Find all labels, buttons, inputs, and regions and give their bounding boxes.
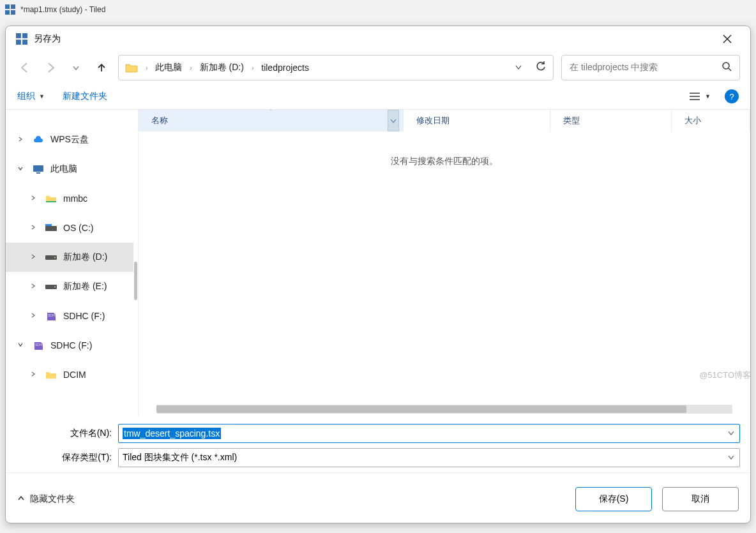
svg-rect-16 xyxy=(36,172,40,174)
svg-point-10 xyxy=(723,63,729,69)
svg-rect-7 xyxy=(22,40,27,45)
sidebar-item-label: SDHC (F:) xyxy=(63,311,105,321)
breadcrumb-item[interactable]: 此电脑 xyxy=(155,62,182,73)
svg-rect-5 xyxy=(22,33,27,38)
svg-point-23 xyxy=(54,287,56,288)
file-list-pane: ˄ 名称 修改日期 类型 大小 没有与搜索条件匹配的项。 xyxy=(139,110,750,416)
sdhc-icon: SDHC xyxy=(45,310,57,322)
hide-folders-button[interactable]: 隐藏文件夹 xyxy=(17,493,75,505)
chevron-right-icon: › xyxy=(252,64,253,71)
watermark: @51CTO博客 xyxy=(699,370,751,381)
nav-back-button[interactable] xyxy=(16,59,34,77)
drive-icon xyxy=(45,251,57,263)
svg-text:SDHC: SDHC xyxy=(35,343,43,347)
search-placeholder: 在 tiledprojects 中搜索 xyxy=(570,62,722,73)
dropdown-arrow-icon[interactable] xyxy=(728,430,734,437)
column-name-label: 名称 xyxy=(151,115,168,126)
chevron-right-icon: › xyxy=(146,64,147,71)
address-bar[interactable]: › 此电脑 › 新加卷 (D:) › tiledprojects xyxy=(118,55,554,80)
chevron-icon xyxy=(17,165,26,173)
hide-folders-label: 隐藏文件夹 xyxy=(30,493,75,505)
column-modified[interactable]: 修改日期 xyxy=(404,110,550,131)
chevron-up-icon xyxy=(17,494,25,504)
filename-value: tmw_desert_spacing.tsx xyxy=(123,428,221,439)
save-form: 文件名(N): tmw_desert_spacing.tsx 保存类型(T): … xyxy=(6,416,750,472)
filename-input[interactable]: tmw_desert_spacing.tsx xyxy=(118,424,740,443)
svg-rect-3 xyxy=(11,10,15,15)
svg-rect-17 xyxy=(46,201,56,202)
sidebar-item[interactable]: 此电脑 xyxy=(6,154,133,184)
column-type[interactable]: 类型 xyxy=(550,110,672,131)
cancel-button[interactable]: 取消 xyxy=(662,487,739,511)
svg-rect-4 xyxy=(16,33,21,38)
chevron-icon xyxy=(30,283,39,290)
sort-ascending-icon: ˄ xyxy=(269,109,273,115)
sidebar-item-label: WPS云盘 xyxy=(50,134,89,146)
svg-line-11 xyxy=(729,68,731,71)
search-icon xyxy=(722,61,732,74)
nav-forward-button[interactable] xyxy=(42,59,59,77)
column-name[interactable]: ˄ 名称 xyxy=(139,110,404,131)
column-filter-button[interactable] xyxy=(388,110,399,131)
nav-recent-button[interactable] xyxy=(67,59,85,77)
nav-up-button[interactable] xyxy=(93,59,110,77)
svg-point-21 xyxy=(54,257,56,259)
organize-button[interactable]: 组织 ▼ xyxy=(17,91,45,102)
dialog-footer: 隐藏文件夹 保存(S) 取消 xyxy=(6,472,750,523)
svg-rect-15 xyxy=(33,165,43,172)
sidebar-item-label: 此电脑 xyxy=(50,163,77,175)
sidebar-item[interactable]: OS (C:) xyxy=(6,213,133,243)
svg-rect-0 xyxy=(5,4,10,9)
chevron-icon xyxy=(17,342,26,349)
svg-rect-19 xyxy=(45,224,52,226)
filetype-select[interactable]: Tiled 图块集文件 (*.tsx *.xml) xyxy=(118,448,740,467)
sidebar-item-label: DCIM xyxy=(63,370,86,380)
new-folder-button[interactable]: 新建文件夹 xyxy=(63,91,107,102)
folder-green-icon xyxy=(45,193,57,204)
tiled-app-icon xyxy=(5,4,15,15)
cloud-icon xyxy=(33,134,44,146)
sidebar-item[interactable]: 新加卷 (E:) xyxy=(6,272,133,301)
sidebar-item-label: 新加卷 (E:) xyxy=(63,281,107,292)
chevron-right-icon: › xyxy=(190,64,192,71)
save-as-dialog: 另存为 › 此电脑 › 新加卷 (D:) › t xyxy=(5,26,751,523)
app-title: *map1.tmx (study) - Tiled xyxy=(20,5,105,14)
horizontal-scrollbar[interactable] xyxy=(156,405,732,414)
search-input[interactable]: 在 tiledprojects 中搜索 xyxy=(561,55,740,80)
filetype-value: Tiled 图块集文件 (*.tsx *.xml) xyxy=(123,452,237,463)
svg-rect-1 xyxy=(11,4,15,9)
address-dropdown-button[interactable] xyxy=(515,62,522,73)
sidebar-item[interactable]: WPS云盘 xyxy=(6,125,133,154)
sidebar-item[interactable]: DCIM xyxy=(6,360,133,389)
sidebar-item[interactable]: mmbc xyxy=(6,184,133,213)
column-headers: ˄ 名称 修改日期 类型 大小 xyxy=(139,110,750,131)
breadcrumb: 此电脑 › 新加卷 (D:) › tiledprojects xyxy=(155,62,507,73)
column-size[interactable]: 大小 xyxy=(672,110,750,131)
chevron-icon xyxy=(17,136,26,144)
sidebar-scrollbar[interactable] xyxy=(133,110,139,416)
empty-message: 没有与搜索条件匹配的项。 xyxy=(139,131,750,191)
breadcrumb-item[interactable]: tiledprojects xyxy=(261,63,309,73)
dropdown-arrow-icon: ▼ xyxy=(39,93,45,100)
sidebar-item[interactable]: SDHCSDHC (F:) xyxy=(6,301,133,331)
drive-icon xyxy=(45,281,57,292)
sidebar-item[interactable]: 新加卷 (D:) xyxy=(6,243,133,272)
refresh-button[interactable] xyxy=(535,61,547,75)
chevron-icon xyxy=(30,224,39,232)
drive-os-icon xyxy=(45,222,57,234)
sidebar-item[interactable]: SDHCSDHC (F:) xyxy=(6,331,133,360)
dropdown-arrow-icon[interactable] xyxy=(728,454,734,462)
sidebar-item-label: SDHC (F:) xyxy=(50,340,92,350)
svg-text:SDHC: SDHC xyxy=(48,313,56,317)
chevron-icon xyxy=(30,371,39,379)
view-options-button[interactable]: ▼ xyxy=(690,92,711,101)
close-button[interactable] xyxy=(714,29,740,49)
help-button[interactable]: ? xyxy=(725,89,739,103)
svg-rect-18 xyxy=(45,226,57,231)
save-button[interactable]: 保存(S) xyxy=(575,487,652,511)
sidebar-item-label: 新加卷 (D:) xyxy=(63,251,107,263)
breadcrumb-item[interactable]: 新加卷 (D:) xyxy=(200,62,244,73)
dialog-titlebar: 另存为 xyxy=(6,26,750,52)
sdhc-icon: SDHC xyxy=(33,340,44,351)
filetype-label: 保存类型(T): xyxy=(16,452,118,463)
